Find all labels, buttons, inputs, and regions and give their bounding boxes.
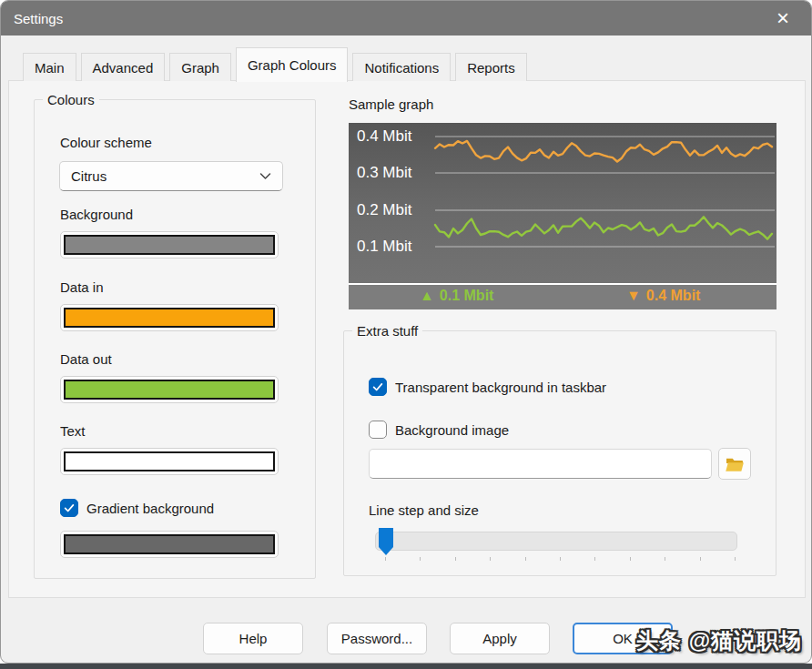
folder-icon <box>725 456 745 472</box>
line-step-slider-thumb[interactable] <box>379 528 393 555</box>
extra-stuff-group: Extra stuff Transparent background in ta… <box>343 330 776 576</box>
graph-ylabel-03: 0.3 Mbit <box>357 162 411 184</box>
watermark: 头条 @猫说职场 <box>636 626 802 655</box>
titlebar[interactable]: Settings × <box>1 1 811 35</box>
apply-button[interactable]: Apply <box>450 623 550 654</box>
window-bottom-shadow <box>0 664 812 669</box>
graph-ylabel-02: 0.2 Mbit <box>357 199 411 221</box>
line-step-slider-track[interactable] <box>375 532 737 551</box>
close-icon[interactable]: × <box>767 1 798 35</box>
colours-group: Colours Colour scheme Citrus Background … <box>34 99 316 579</box>
help-button[interactable]: Help <box>203 623 303 654</box>
gradient-colour-swatch[interactable] <box>60 531 279 558</box>
colours-group-legend: Colours <box>43 90 99 110</box>
graph-ylabel-01: 0.1 Mbit <box>357 236 411 258</box>
graph-canvas <box>349 123 776 309</box>
upload-rate-legend: ▲0.1 Mbit <box>420 288 493 304</box>
gradient-background-label: Gradient background <box>86 501 214 516</box>
gradient-background-checkbox[interactable] <box>60 499 78 517</box>
text-colour-swatch[interactable] <box>60 448 279 475</box>
chevron-down-icon <box>259 172 271 180</box>
password-button[interactable]: Password... <box>327 623 427 654</box>
background-image-path-input[interactable] <box>369 449 712 479</box>
background-image-label: Background image <box>395 422 509 438</box>
text-colour-label: Text <box>60 422 86 441</box>
download-rate-legend: ▼0.4 Mbit <box>626 288 700 304</box>
tab-notifications[interactable]: Notifications <box>352 53 451 81</box>
background-image-checkbox[interactable] <box>369 421 387 439</box>
data-out-colour-label: Data out <box>60 350 112 369</box>
down-arrow-icon: ▼ <box>626 288 641 303</box>
tab-advanced[interactable]: Advanced <box>81 53 166 81</box>
settings-dialog: Settings × Main Advanced Graph Graph Col… <box>0 0 812 664</box>
slider-ticks <box>385 557 735 562</box>
background-colour-label: Background <box>60 206 133 224</box>
colour-scheme-value: Citrus <box>71 168 107 184</box>
check-icon <box>371 380 384 393</box>
tab-graph[interactable]: Graph <box>169 53 231 81</box>
sample-graph: 0.4 Mbit 0.3 Mbit 0.2 Mbit 0.1 Mbit ▲0.1… <box>349 123 776 309</box>
extra-stuff-group-legend: Extra stuff <box>352 321 422 341</box>
data-in-colour-swatch[interactable] <box>60 304 279 331</box>
transparent-taskbar-checkbox[interactable] <box>369 378 387 396</box>
browse-folder-button[interactable] <box>718 448 751 480</box>
sample-graph-title: Sample graph <box>349 96 433 114</box>
tab-graph-colours[interactable]: Graph Colours <box>236 47 349 82</box>
colour-scheme-select[interactable]: Citrus <box>59 161 283 191</box>
data-out-colour-swatch[interactable] <box>60 376 279 403</box>
graph-ylabel-04: 0.4 Mbit <box>357 126 411 147</box>
tab-reports[interactable]: Reports <box>455 53 527 81</box>
data-in-colour-label: Data in <box>60 279 104 297</box>
line-step-label: Line step and size <box>369 502 479 520</box>
colour-scheme-label: Colour scheme <box>60 134 152 152</box>
graph-colours-tab-page: Colours Colour scheme Citrus Background … <box>8 80 806 598</box>
check-icon <box>63 502 76 514</box>
tab-bar: Main Advanced Graph Graph Colours Notifi… <box>23 46 527 81</box>
graph-status-bar: ▲0.1 Mbit ▼0.4 Mbit <box>349 283 776 309</box>
up-arrow-icon: ▲ <box>420 288 434 303</box>
window-title: Settings <box>14 11 63 26</box>
transparent-taskbar-label: Transparent background in taskbar <box>395 380 606 395</box>
tab-main[interactable]: Main <box>23 53 76 81</box>
background-colour-swatch[interactable] <box>60 231 279 258</box>
